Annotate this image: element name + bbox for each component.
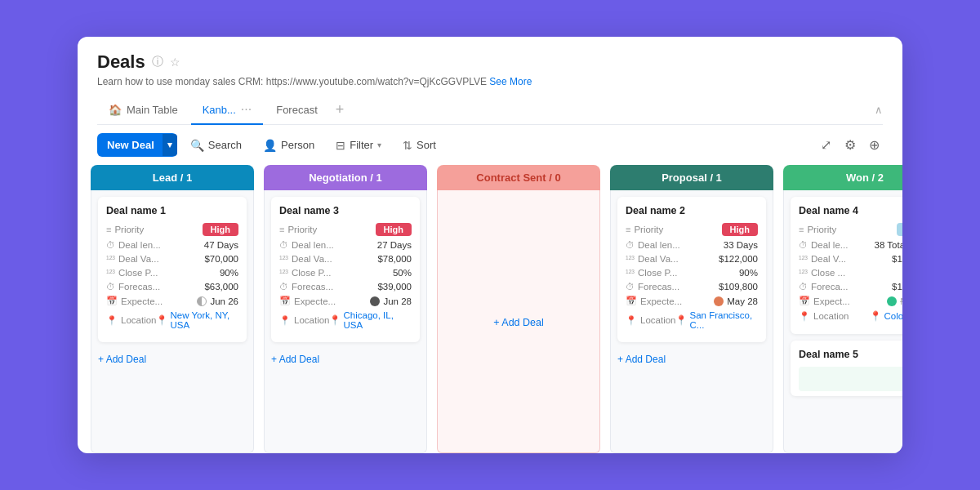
- subtitle-text: Learn how to use monday sales CRM: https…: [97, 76, 487, 87]
- person-label: Person: [281, 139, 314, 151]
- star-icon[interactable]: ☆: [170, 56, 180, 69]
- col-body-won: Deal name 4 ≡ Priority Low ⏱ Deal le... …: [783, 190, 902, 453]
- date-status-3: [370, 296, 380, 306]
- sort-label: Sort: [416, 139, 436, 151]
- tab-main-table-label: Main Table: [127, 104, 178, 116]
- date-status-2: [714, 296, 724, 306]
- date-status-1: [197, 296, 207, 306]
- more-options-icon[interactable]: ⊕: [866, 134, 883, 156]
- priority-icon-1: ≡: [106, 225, 111, 234]
- location-pin-2: 📍: [675, 314, 687, 326]
- tab-add-button[interactable]: +: [331, 96, 350, 123]
- person-icon: 👤: [263, 139, 277, 152]
- filter-label: Filter: [350, 139, 373, 151]
- priority-badge-2: High: [722, 223, 758, 236]
- subtitle: Learn how to use monday sales CRM: https…: [97, 76, 883, 87]
- new-deal-button[interactable]: New Deal ▾: [97, 133, 177, 157]
- sort-button[interactable]: ⇅ Sort: [394, 134, 444, 157]
- tab-kanban[interactable]: Kanb... ···: [191, 96, 264, 125]
- deal-name-3: Deal name 3: [279, 205, 412, 216]
- main-panel: Deals ⓘ ☆ Learn how to use monday sales …: [78, 37, 902, 453]
- deal-name-2: Deal name 2: [626, 205, 758, 216]
- col-body-contract: + Add Deal: [437, 190, 600, 453]
- toolbar-right: ⤢ ⚙ ⊕: [817, 134, 883, 156]
- add-deal-lead[interactable]: + Add Deal: [98, 350, 146, 368]
- kanban-area: Lead / 1 Deal name 1 ≡ Priority High ⏱ D…: [78, 165, 902, 453]
- deal-card-4[interactable]: Deal name 4 ≡ Priority Low ⏱ Deal le... …: [791, 197, 902, 334]
- deal-card-5[interactable]: Deal name 5: [791, 341, 902, 396]
- col-header-lead: Lead / 1: [91, 165, 254, 190]
- info-icon[interactable]: ⓘ: [152, 55, 163, 69]
- search-label: Search: [208, 139, 242, 151]
- deal-card-1[interactable]: Deal name 1 ≡ Priority High ⏱ Deal len..…: [98, 197, 247, 342]
- kanban-col-contract: Contract Sent / 0 + Add Deal: [437, 165, 600, 453]
- filter-chevron: ▾: [377, 140, 381, 149]
- new-deal-chevron[interactable]: ▾: [163, 134, 177, 156]
- col-header-won: Won / 2: [783, 165, 902, 190]
- deal-name-1: Deal name 1: [106, 205, 238, 216]
- deal-5-placeholder: [799, 367, 902, 391]
- tab-forecast-label: Forecast: [276, 104, 318, 116]
- app-container: Deals ⓘ ☆ Learn how to use monday sales …: [0, 0, 980, 490]
- priority-badge-3: High: [376, 223, 412, 236]
- search-button[interactable]: 🔍 Search: [182, 134, 250, 157]
- person-button[interactable]: 👤 Person: [255, 134, 323, 157]
- deal-name-5: Deal name 5: [799, 349, 902, 360]
- header: Deals ⓘ ☆ Learn how to use monday sales …: [78, 37, 902, 125]
- date-status-4: [887, 296, 897, 306]
- col-header-contract: Contract Sent / 0: [437, 165, 600, 190]
- deal-name-4: Deal name 4: [799, 205, 902, 216]
- tab-kanban-label: Kanb...: [203, 104, 236, 116]
- col-header-proposal: Proposal / 1: [610, 165, 773, 190]
- add-deal-contract[interactable]: + Add Deal: [493, 314, 544, 332]
- settings-icon[interactable]: ⚙: [841, 134, 859, 156]
- location-pin-1: 📍: [156, 314, 167, 326]
- field-priority-1: ≡ Priority High: [106, 223, 238, 236]
- add-deal-proposal[interactable]: + Add Deal: [617, 350, 666, 368]
- kanban-col-negotiation: Negotiation / 1 Deal name 3 ≡ Priority H…: [264, 165, 427, 453]
- filter-button[interactable]: ⊟ Filter ▾: [327, 134, 390, 157]
- page-title: Deals: [97, 51, 145, 73]
- add-deal-negotiation[interactable]: + Add Deal: [271, 350, 319, 368]
- kanban-col-lead: Lead / 1 Deal name 1 ≡ Priority High ⏱ D…: [91, 165, 254, 453]
- deal-card-2[interactable]: Deal name 2 ≡ Priority High ⏱ Deal len..…: [617, 197, 766, 342]
- new-deal-label: New Deal: [107, 139, 154, 151]
- tabs-row: 🏠 Main Table Kanb... ··· Forecast + ∧: [97, 96, 883, 125]
- scroll-up-icon[interactable]: ∧: [875, 104, 883, 116]
- toolbar-row: New Deal ▾ 🔍 Search 👤 Person ⊟ Filter ▾ …: [78, 125, 902, 165]
- filter-icon: ⊟: [336, 139, 345, 152]
- title-row: Deals ⓘ ☆: [97, 51, 883, 73]
- search-icon: 🔍: [190, 139, 204, 152]
- col-body-proposal: Deal name 2 ≡ Priority High ⏱ Deal len..…: [610, 190, 773, 453]
- location-pin-3: 📍: [329, 314, 341, 326]
- location-pin-4: 📍: [870, 310, 881, 322]
- priority-badge-1: High: [203, 223, 238, 236]
- col-body-lead: Deal name 1 ≡ Priority High ⏱ Deal len..…: [91, 190, 254, 453]
- tab-forecast[interactable]: Forecast: [265, 97, 329, 124]
- col-body-negotiation: Deal name 3 ≡ Priority High ⏱ Deal len..…: [264, 190, 427, 453]
- priority-badge-4: Low: [897, 223, 902, 236]
- kanban-col-won: Won / 2 Deal name 4 ≡ Priority Low ⏱ Dea…: [783, 165, 902, 453]
- expand-icon[interactable]: ⤢: [817, 134, 835, 156]
- kanban-col-proposal: Proposal / 1 Deal name 2 ≡ Priority High…: [610, 165, 773, 453]
- see-more-link[interactable]: See More: [489, 76, 532, 87]
- deal-card-3[interactable]: Deal name 3 ≡ Priority High ⏱ Deal len..…: [271, 197, 420, 342]
- sort-icon: ⇅: [403, 139, 412, 152]
- home-icon: 🏠: [109, 104, 122, 116]
- tab-main-table[interactable]: 🏠 Main Table: [97, 97, 189, 124]
- tab-more-icon[interactable]: ···: [241, 102, 252, 117]
- col-header-negotiation: Negotiation / 1: [264, 165, 427, 190]
